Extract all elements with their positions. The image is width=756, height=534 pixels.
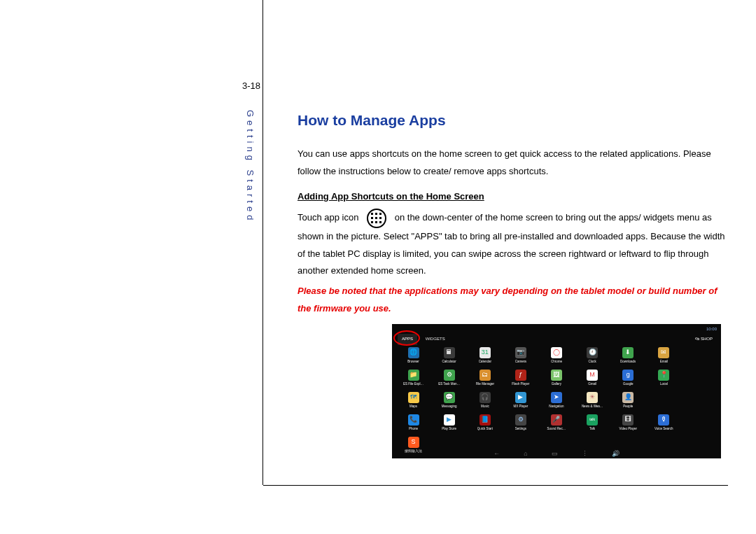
app-tile[interactable]: 📞Phone <box>397 414 430 433</box>
app-icon: 📍 <box>658 370 669 381</box>
app-label: MX Player <box>504 404 538 410</box>
app-tile[interactable]: 🕘Clock <box>575 347 609 365</box>
nav-home-icon[interactable]: ⌂ <box>524 448 527 460</box>
tablet-screenshot: 10:00 APPS WIDGETS SHOP 🌐Browser🖩Calcula… <box>392 324 721 458</box>
app-tile[interactable]: 🖩Calculator <box>433 347 466 365</box>
app-tile[interactable]: 📍Local <box>647 370 680 388</box>
nav-volume-icon[interactable]: 🔊 <box>612 448 620 460</box>
app-tile[interactable]: ⬇Downloads <box>611 347 645 365</box>
nav-menu-icon[interactable]: ⋮ <box>582 448 588 460</box>
app-label: Gmail <box>575 381 609 388</box>
app-icon: g <box>622 370 634 381</box>
app-tile[interactable]: ☀News & Wea… <box>575 392 609 410</box>
app-tile[interactable]: 🌐Browser <box>397 347 430 365</box>
app-tile[interactable]: ƒFlash Player <box>504 370 538 388</box>
app-label: Quick Start <box>468 426 502 433</box>
app-tile[interactable]: ⚙Settings <box>504 414 538 433</box>
app-tile[interactable]: 🖼Gallery <box>540 370 573 388</box>
app-icon: 🎧 <box>479 392 491 403</box>
app-tile[interactable]: 📁ES File Expl… <box>397 370 430 388</box>
app-tile[interactable]: ▶Play Store <box>433 414 466 433</box>
app-icon: ▶ <box>444 414 455 426</box>
app-icon: ⚙ <box>515 414 526 426</box>
app-tile[interactable]: 📷Camera <box>504 347 538 365</box>
app-icon: ✉ <box>658 347 669 358</box>
intro-paragraph: You can use apps shortcuts on the home s… <box>298 146 728 180</box>
app-tile[interactable]: 🗺Maps <box>397 392 430 410</box>
app-icon: 🗺 <box>408 392 419 403</box>
app-label: Settings <box>504 426 538 433</box>
app-label: Local <box>647 381 680 388</box>
app-tile[interactable]: 🎞Video Player <box>611 414 645 433</box>
nav-recent-icon[interactable]: ▭ <box>552 448 558 460</box>
nav-back-icon[interactable]: ← <box>493 448 500 460</box>
app-label: ES File Expl… <box>397 381 430 388</box>
app-icon: 31 <box>479 347 491 358</box>
app-label: Talk <box>575 426 609 433</box>
app-label: Clock <box>575 359 609 365</box>
app-icon: ☀ <box>587 392 598 403</box>
app-tile[interactable]: ▶MX Player <box>504 392 538 410</box>
app-label: Navigation <box>540 404 573 410</box>
page-divider-horizontal <box>263 485 728 486</box>
chapter-tab: Getting Started <box>245 110 255 223</box>
page-number: 3-18 <box>232 80 260 91</box>
app-label: File Manager <box>468 381 502 388</box>
app-label: Chrome <box>540 359 573 365</box>
app-tile[interactable]: ⚙ES Task Man… <box>433 370 466 388</box>
app-label: Messaging <box>433 404 466 410</box>
app-label: ES Task Man… <box>433 381 466 388</box>
app-icon: ⬇ <box>622 347 634 358</box>
app-tile[interactable]: 💬Messaging <box>433 392 466 410</box>
app-icon: 🎙 <box>658 414 669 426</box>
app-label: Browser <box>397 359 430 365</box>
app-icon: talk <box>587 414 598 426</box>
app-tile[interactable]: gGoogle <box>611 370 645 388</box>
app-icon: ƒ <box>515 370 526 381</box>
body-text-b: on the down-center of the home screen to… <box>298 212 725 276</box>
app-label: Video Player <box>611 426 645 433</box>
app-tile[interactable]: 🗂File Manager <box>468 370 502 388</box>
tab-widgets[interactable]: WIDGETS <box>421 334 449 344</box>
app-icon: 🎤 <box>551 414 562 426</box>
app-tile[interactable]: talkTalk <box>575 414 609 433</box>
page-title: How to Manage Apps <box>298 106 728 134</box>
app-icon: S <box>408 437 419 448</box>
app-icon: 👤 <box>622 392 634 403</box>
app-label: Music <box>468 404 502 410</box>
app-icon: 🎞 <box>622 414 634 426</box>
app-label: Phone <box>397 426 430 433</box>
page-divider-vertical <box>262 0 263 485</box>
app-label: Calendar <box>468 359 502 365</box>
body-text-a: Touch app icon <box>298 212 358 223</box>
app-icon: ▶ <box>515 392 526 403</box>
app-icon: 💬 <box>444 392 455 403</box>
app-tile[interactable]: 👤People <box>611 392 645 410</box>
app-tile[interactable]: ✉Email <box>647 347 680 365</box>
app-label: Play Store <box>433 426 466 433</box>
app-tile[interactable]: ➤Navigation <box>540 392 573 410</box>
app-icon: 📘 <box>479 414 491 426</box>
warning-note: Please be noted that the applications ma… <box>298 283 728 317</box>
app-label: Voice Search <box>647 426 680 433</box>
app-tile[interactable]: ◯Chrome <box>540 347 573 365</box>
app-icon: 📁 <box>408 370 419 381</box>
app-icon: 📞 <box>408 414 419 426</box>
app-label: Email <box>647 359 680 365</box>
app-icon: 📷 <box>515 347 526 358</box>
shop-button[interactable]: SHOP <box>692 334 715 344</box>
app-label: Calculator <box>433 359 466 365</box>
app-tile[interactable]: 🎤Sound Rec… <box>540 414 573 433</box>
app-tile[interactable]: 🎧Music <box>468 392 502 410</box>
app-label: Camera <box>504 359 538 365</box>
app-label: Google <box>611 381 645 388</box>
app-tile[interactable]: 31Calendar <box>468 347 502 365</box>
app-tile[interactable]: MGmail <box>575 370 609 388</box>
app-icon: 🗂 <box>479 370 491 381</box>
app-icon: M <box>587 370 598 381</box>
app-tile[interactable]: 📘Quick Start <box>468 414 502 433</box>
app-icon: 🖼 <box>551 370 562 381</box>
app-tile[interactable]: 🎙Voice Search <box>647 414 680 433</box>
app-icon: ⚙ <box>444 370 455 381</box>
app-icon: ➤ <box>551 392 562 403</box>
